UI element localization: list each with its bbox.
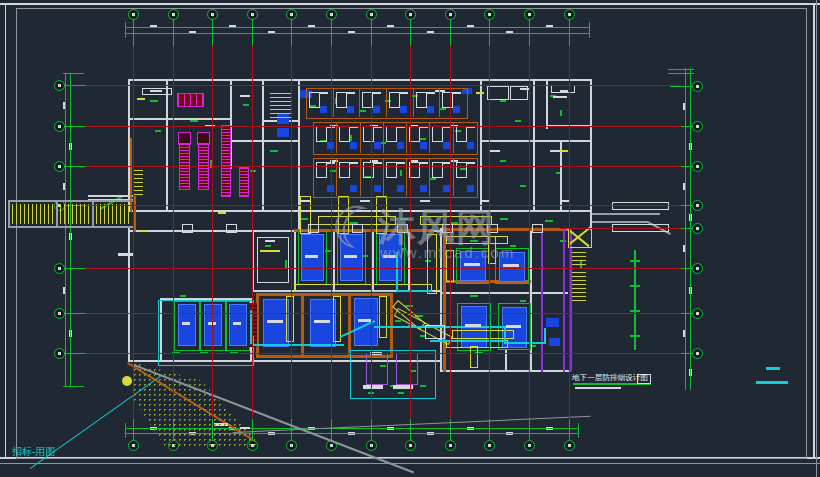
watermark: ☾ 沐风网 www.mfcad.com bbox=[330, 200, 600, 270]
grid-line-horizontal bbox=[86, 166, 681, 167]
grid-line-vertical bbox=[133, 46, 134, 418]
bottom-left-label: 招标-用图 bbox=[12, 445, 55, 459]
grid-line-vertical bbox=[212, 46, 213, 418]
grid-line-vertical bbox=[173, 46, 174, 418]
grid-line-horizontal bbox=[86, 126, 681, 127]
cad-drawing-viewport: ☾ 沐风网 www.mfcad.com 招标-用图 地下一层防排烟设计图 bbox=[0, 0, 820, 477]
grid-line-vertical bbox=[252, 46, 253, 418]
watermark-url: www.mfcad.com bbox=[380, 244, 515, 261]
grid-line-horizontal bbox=[86, 313, 681, 314]
grid-line-vertical bbox=[291, 46, 292, 418]
grid-line-horizontal bbox=[86, 353, 681, 354]
grid-line-horizontal bbox=[86, 85, 681, 86]
drawing-title: 地下一层防排烟设计图 bbox=[572, 372, 648, 382]
